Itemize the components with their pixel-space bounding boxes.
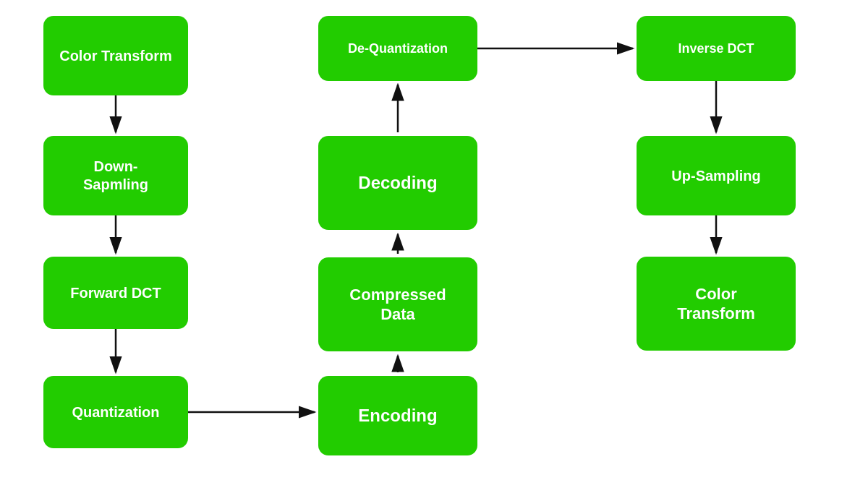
- de-quantization-box: De-Quantization: [318, 16, 477, 81]
- color-transform-left-box: Color Transform: [43, 16, 188, 95]
- compressed-data-box: CompressedData: [318, 257, 477, 351]
- up-sampling-box: Up-Sampling: [637, 136, 796, 215]
- diagram: Color Transform Down-Sapmling Forward DC…: [0, 0, 868, 488]
- quantization-box: Quantization: [43, 376, 188, 448]
- down-sampling-box: Down-Sapmling: [43, 136, 188, 215]
- forward-dct-box: Forward DCT: [43, 257, 188, 329]
- color-transform-right-box: ColorTransform: [637, 257, 796, 351]
- decoding-box: Decoding: [318, 136, 477, 230]
- encoding-box: Encoding: [318, 376, 477, 455]
- inverse-dct-box: Inverse DCT: [637, 16, 796, 81]
